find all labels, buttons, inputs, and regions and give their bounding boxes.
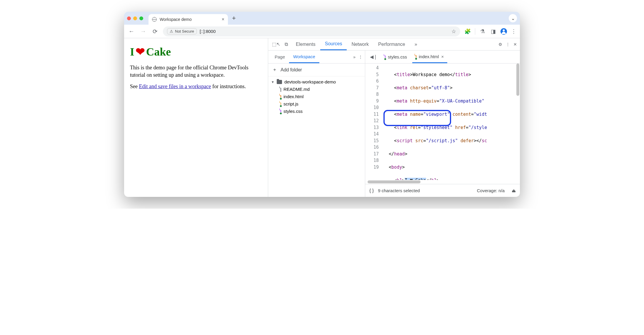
device-toolbar-icon[interactable]: ⧉ — [281, 42, 291, 47]
tree-file-index[interactable]: index.html — [268, 93, 365, 100]
tree-file-readme[interactable]: README.md — [268, 86, 365, 93]
warning-icon: ⚠ — [170, 29, 173, 34]
reload-button[interactable]: ⟳ — [151, 28, 159, 35]
drawer-toggle-icon[interactable]: ⏏ — [512, 188, 516, 193]
tree-file-script[interactable]: script.js — [268, 100, 365, 108]
security-badge[interactable]: ⚠ Not Secure — [167, 28, 197, 34]
horizontal-scrollbar[interactable] — [365, 180, 520, 184]
nav-more-icon[interactable]: » — [353, 55, 356, 59]
devtools-right-controls: ⚙ ⋮ ✕ — [498, 42, 517, 47]
minimize-window-button[interactable] — [133, 16, 137, 20]
line-num: 12 — [365, 118, 379, 124]
vertical-scrollbar[interactable] — [516, 63, 520, 163]
profile-avatar[interactable] — [500, 28, 507, 35]
file-tab-index[interactable]: index.html × — [412, 51, 447, 63]
bookmark-star-icon[interactable]: ☆ — [451, 28, 456, 35]
file-label: index.html — [283, 94, 303, 99]
tab-network[interactable]: Network — [347, 38, 373, 50]
nav-tab-workspace[interactable]: Workspace — [289, 51, 319, 63]
toggle-navigator-icon[interactable]: ◀❘ — [368, 54, 380, 60]
browser-toolbar: ← → ⟳ ⚠ Not Secure [::]:8000 ☆ 🧩 ⚗ ◨ ⋮ — [124, 25, 520, 38]
caret-down-icon: ▼ — [271, 80, 274, 84]
close-window-button[interactable] — [127, 16, 131, 20]
file-label: README.md — [283, 87, 310, 92]
line-num: 6 — [365, 78, 379, 85]
tab-performance[interactable]: Performance — [373, 38, 410, 50]
settings-gear-icon[interactable]: ⚙ — [498, 42, 502, 47]
tab-elements[interactable]: Elements — [291, 38, 320, 50]
scroll-thumb[interactable] — [368, 180, 421, 183]
pretty-print-icon[interactable]: { } — [369, 188, 374, 193]
editor-tabs: ◀❘ styles.css index.html × — [365, 51, 520, 63]
heading-text-post: Cake — [146, 45, 171, 58]
tab-strip: Workspace demo × + ⌄ — [124, 12, 520, 25]
page-heading: I ❤ Cake — [130, 45, 262, 58]
file-tab-label: index.html — [419, 54, 439, 59]
file-icon — [281, 86, 281, 92]
mapped-dot-icon — [415, 58, 417, 60]
devtools-body: Page Workspace » ⋮ ＋ Add folder ▼ — [268, 51, 520, 197]
nav-tab-page[interactable]: Page — [271, 51, 289, 63]
line-num: 7 — [365, 85, 379, 91]
line-num: 14 — [365, 131, 379, 138]
line-num: 17 — [365, 151, 379, 158]
side-panel-icon[interactable]: ◨ — [490, 28, 496, 35]
editor-statusbar: { } 9 characters selected Coverage: n/a … — [365, 184, 520, 197]
forward-button[interactable]: → — [139, 28, 147, 35]
tab-more[interactable]: » — [410, 38, 422, 50]
code-content[interactable]: <title>Workspace demo</title> <meta char… — [381, 63, 520, 180]
file-tree: ▼ devtools-workspace-demo README.md inde… — [268, 76, 365, 117]
folder-icon — [277, 80, 282, 84]
maximize-window-button[interactable] — [139, 16, 143, 20]
code-area[interactable]: 4 5 6 7 8 9 10 11 12 13 14 15 16 17 18 1… — [365, 63, 520, 180]
line-num: 15 — [365, 138, 379, 144]
navigator-tabs: Page Workspace » ⋮ — [268, 51, 365, 63]
browser-menu-icon[interactable]: ⋮ — [511, 28, 516, 35]
tree-folder-row[interactable]: ▼ devtools-workspace-demo — [268, 78, 365, 86]
file-label: styles.css — [283, 109, 303, 114]
line-num: 18 — [365, 157, 379, 164]
line-num: 10 — [365, 104, 379, 111]
toolbar-divider — [475, 28, 475, 35]
extensions-icon[interactable]: 🧩 — [464, 28, 471, 35]
new-tab-button[interactable]: + — [230, 14, 238, 22]
nav-more: » ⋮ — [353, 55, 363, 59]
coverage-status: Coverage: n/a — [477, 188, 505, 193]
file-tab-label: styles.css — [388, 54, 407, 59]
file-tab-styles[interactable]: styles.css — [381, 51, 411, 63]
close-devtools-icon[interactable]: ✕ — [513, 42, 517, 47]
line-num: 19 — [365, 164, 379, 171]
selection-status: 9 characters selected — [378, 188, 420, 193]
security-label: Not Secure — [175, 29, 194, 34]
tutorial-link[interactable]: Edit and save files in a workspace — [139, 83, 211, 89]
inspect-icon[interactable]: ⬚↖ — [271, 41, 281, 47]
tab-sources[interactable]: Sources — [320, 38, 347, 50]
plus-icon: ＋ — [272, 67, 277, 73]
devtools-panel: ⬚↖ ⧉ Elements Sources Network Performanc… — [268, 38, 520, 197]
browser-tab[interactable]: Workspace demo × — [149, 14, 228, 25]
folder-label: devtools-workspace-demo — [284, 79, 336, 84]
labs-icon[interactable]: ⚗ — [479, 28, 486, 35]
line-num: 13 — [365, 124, 379, 131]
devtools-menu-icon[interactable]: ⋮ — [506, 42, 510, 47]
mapped-dot-icon — [280, 105, 282, 107]
close-tab-icon[interactable]: × — [222, 17, 224, 22]
tab-list-button[interactable]: ⌄ — [509, 14, 517, 22]
add-folder-button[interactable]: ＋ Add folder — [268, 63, 365, 76]
tree-file-styles[interactable]: styles.css — [268, 108, 365, 115]
content-area: I ❤ Cake This is the demo page for the o… — [124, 38, 520, 197]
window-controls — [127, 16, 143, 20]
rendered-page: I ❤ Cake This is the demo page for the o… — [124, 38, 268, 197]
scroll-thumb[interactable] — [516, 63, 519, 96]
address-bar[interactable]: ⚠ Not Secure [::]:8000 ☆ — [163, 26, 460, 36]
globe-icon — [152, 17, 157, 22]
mapped-dot-icon — [384, 58, 386, 60]
heart-icon: ❤ — [136, 46, 145, 57]
close-file-tab-icon[interactable]: × — [441, 54, 444, 59]
line-num: 5 — [365, 71, 379, 78]
line-num: 8 — [365, 91, 379, 98]
back-button[interactable]: ← — [128, 28, 135, 35]
url-text: [::]:8000 — [200, 29, 216, 34]
file-label: script.js — [283, 101, 298, 106]
nav-menu-icon[interactable]: ⋮ — [358, 55, 363, 59]
